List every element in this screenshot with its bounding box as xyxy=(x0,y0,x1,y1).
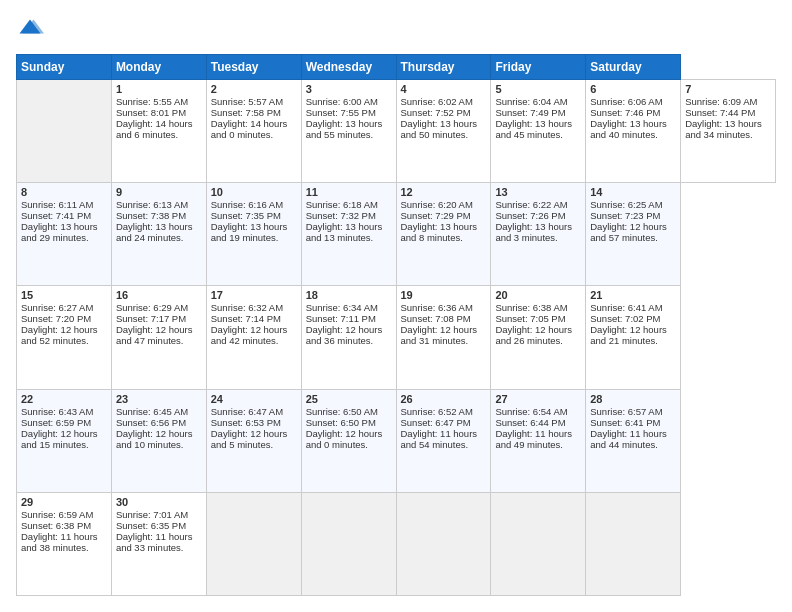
daylight-label: Daylight: 12 hours and 21 minutes. xyxy=(590,324,667,346)
sunrise-label: Sunrise: 6:00 AM xyxy=(306,96,378,107)
sunset-label: Sunset: 7:46 PM xyxy=(590,107,660,118)
daylight-label: Daylight: 13 hours and 34 minutes. xyxy=(685,118,762,140)
sunrise-label: Sunrise: 6:52 AM xyxy=(401,406,473,417)
sunrise-label: Sunrise: 6:50 AM xyxy=(306,406,378,417)
day-number: 19 xyxy=(401,289,487,301)
daylight-label: Daylight: 13 hours and 29 minutes. xyxy=(21,221,98,243)
table-row xyxy=(396,492,491,595)
day-number: 25 xyxy=(306,393,392,405)
day-number: 8 xyxy=(21,186,107,198)
day-number: 4 xyxy=(401,83,487,95)
daylight-label: Daylight: 12 hours and 15 minutes. xyxy=(21,428,98,450)
daylight-label: Daylight: 12 hours and 42 minutes. xyxy=(211,324,288,346)
day-number: 6 xyxy=(590,83,676,95)
sunset-label: Sunset: 8:01 PM xyxy=(116,107,186,118)
column-header-tuesday: Tuesday xyxy=(206,55,301,80)
column-header-sunday: Sunday xyxy=(17,55,112,80)
sunrise-label: Sunrise: 7:01 AM xyxy=(116,509,188,520)
sunrise-label: Sunrise: 6:20 AM xyxy=(401,199,473,210)
sunset-label: Sunset: 6:53 PM xyxy=(211,417,281,428)
header xyxy=(16,16,776,44)
sunrise-label: Sunrise: 6:57 AM xyxy=(590,406,662,417)
sunrise-label: Sunrise: 6:59 AM xyxy=(21,509,93,520)
daylight-label: Daylight: 13 hours and 19 minutes. xyxy=(211,221,288,243)
daylight-label: Daylight: 11 hours and 33 minutes. xyxy=(116,531,193,553)
sunset-label: Sunset: 6:38 PM xyxy=(21,520,91,531)
day-number: 22 xyxy=(21,393,107,405)
daylight-label: Daylight: 12 hours and 47 minutes. xyxy=(116,324,193,346)
sunset-label: Sunset: 7:23 PM xyxy=(590,210,660,221)
sunset-label: Sunset: 7:52 PM xyxy=(401,107,471,118)
day-number: 21 xyxy=(590,289,676,301)
week-row-1: 1Sunrise: 5:55 AMSunset: 8:01 PMDaylight… xyxy=(17,80,776,183)
sunset-label: Sunset: 6:41 PM xyxy=(590,417,660,428)
daylight-label: Daylight: 13 hours and 45 minutes. xyxy=(495,118,572,140)
sunset-label: Sunset: 7:41 PM xyxy=(21,210,91,221)
day-number: 11 xyxy=(306,186,392,198)
sunrise-label: Sunrise: 6:16 AM xyxy=(211,199,283,210)
sunrise-label: Sunrise: 6:13 AM xyxy=(116,199,188,210)
daylight-label: Daylight: 12 hours and 31 minutes. xyxy=(401,324,478,346)
table-row: 13Sunrise: 6:22 AMSunset: 7:26 PMDayligh… xyxy=(491,183,586,286)
day-number: 17 xyxy=(211,289,297,301)
daylight-label: Daylight: 13 hours and 24 minutes. xyxy=(116,221,193,243)
calendar-header: SundayMondayTuesdayWednesdayThursdayFrid… xyxy=(17,55,776,80)
sunrise-label: Sunrise: 5:57 AM xyxy=(211,96,283,107)
column-header-thursday: Thursday xyxy=(396,55,491,80)
table-row: 9Sunrise: 6:13 AMSunset: 7:38 PMDaylight… xyxy=(111,183,206,286)
week-row-5: 29Sunrise: 6:59 AMSunset: 6:38 PMDayligh… xyxy=(17,492,776,595)
table-row: 3Sunrise: 6:00 AMSunset: 7:55 PMDaylight… xyxy=(301,80,396,183)
table-row: 12Sunrise: 6:20 AMSunset: 7:29 PMDayligh… xyxy=(396,183,491,286)
daylight-label: Daylight: 14 hours and 0 minutes. xyxy=(211,118,288,140)
sunrise-label: Sunrise: 6:34 AM xyxy=(306,302,378,313)
day-number: 14 xyxy=(590,186,676,198)
sunset-label: Sunset: 6:35 PM xyxy=(116,520,186,531)
sunrise-label: Sunrise: 6:22 AM xyxy=(495,199,567,210)
sunset-label: Sunset: 7:29 PM xyxy=(401,210,471,221)
daylight-label: Daylight: 13 hours and 50 minutes. xyxy=(401,118,478,140)
table-row: 1Sunrise: 5:55 AMSunset: 8:01 PMDaylight… xyxy=(111,80,206,183)
day-number: 2 xyxy=(211,83,297,95)
sunrise-label: Sunrise: 6:43 AM xyxy=(21,406,93,417)
daylight-label: Daylight: 13 hours and 40 minutes. xyxy=(590,118,667,140)
sunset-label: Sunset: 7:32 PM xyxy=(306,210,376,221)
sunset-label: Sunset: 7:14 PM xyxy=(211,313,281,324)
table-row: 25Sunrise: 6:50 AMSunset: 6:50 PMDayligh… xyxy=(301,389,396,492)
day-number: 16 xyxy=(116,289,202,301)
table-row: 14Sunrise: 6:25 AMSunset: 7:23 PMDayligh… xyxy=(586,183,681,286)
table-row: 2Sunrise: 5:57 AMSunset: 7:58 PMDaylight… xyxy=(206,80,301,183)
sunset-label: Sunset: 7:49 PM xyxy=(495,107,565,118)
sunset-label: Sunset: 7:44 PM xyxy=(685,107,755,118)
day-number: 24 xyxy=(211,393,297,405)
sunrise-label: Sunrise: 6:29 AM xyxy=(116,302,188,313)
table-row: 16Sunrise: 6:29 AMSunset: 7:17 PMDayligh… xyxy=(111,286,206,389)
table-row: 7Sunrise: 6:09 AMSunset: 7:44 PMDaylight… xyxy=(681,80,776,183)
sunset-label: Sunset: 7:35 PM xyxy=(211,210,281,221)
sunset-label: Sunset: 7:05 PM xyxy=(495,313,565,324)
daylight-label: Daylight: 11 hours and 38 minutes. xyxy=(21,531,98,553)
daylight-label: Daylight: 12 hours and 52 minutes. xyxy=(21,324,98,346)
sunrise-label: Sunrise: 6:06 AM xyxy=(590,96,662,107)
day-number: 27 xyxy=(495,393,581,405)
table-row: 24Sunrise: 6:47 AMSunset: 6:53 PMDayligh… xyxy=(206,389,301,492)
table-row: 11Sunrise: 6:18 AMSunset: 7:32 PMDayligh… xyxy=(301,183,396,286)
day-number: 13 xyxy=(495,186,581,198)
daylight-label: Daylight: 13 hours and 55 minutes. xyxy=(306,118,383,140)
day-number: 28 xyxy=(590,393,676,405)
sunset-label: Sunset: 7:26 PM xyxy=(495,210,565,221)
sunrise-label: Sunrise: 6:11 AM xyxy=(21,199,93,210)
table-row xyxy=(491,492,586,595)
sunset-label: Sunset: 6:47 PM xyxy=(401,417,471,428)
sunrise-label: Sunrise: 6:38 AM xyxy=(495,302,567,313)
sunrise-label: Sunrise: 6:25 AM xyxy=(590,199,662,210)
table-row: 6Sunrise: 6:06 AMSunset: 7:46 PMDaylight… xyxy=(586,80,681,183)
sunrise-label: Sunrise: 6:45 AM xyxy=(116,406,188,417)
sunset-label: Sunset: 6:59 PM xyxy=(21,417,91,428)
week-row-3: 15Sunrise: 6:27 AMSunset: 7:20 PMDayligh… xyxy=(17,286,776,389)
table-row: 17Sunrise: 6:32 AMSunset: 7:14 PMDayligh… xyxy=(206,286,301,389)
sunset-label: Sunset: 6:50 PM xyxy=(306,417,376,428)
calendar-body: 1Sunrise: 5:55 AMSunset: 8:01 PMDaylight… xyxy=(17,80,776,596)
sunrise-label: Sunrise: 6:18 AM xyxy=(306,199,378,210)
table-row: 22Sunrise: 6:43 AMSunset: 6:59 PMDayligh… xyxy=(17,389,112,492)
column-header-saturday: Saturday xyxy=(586,55,681,80)
